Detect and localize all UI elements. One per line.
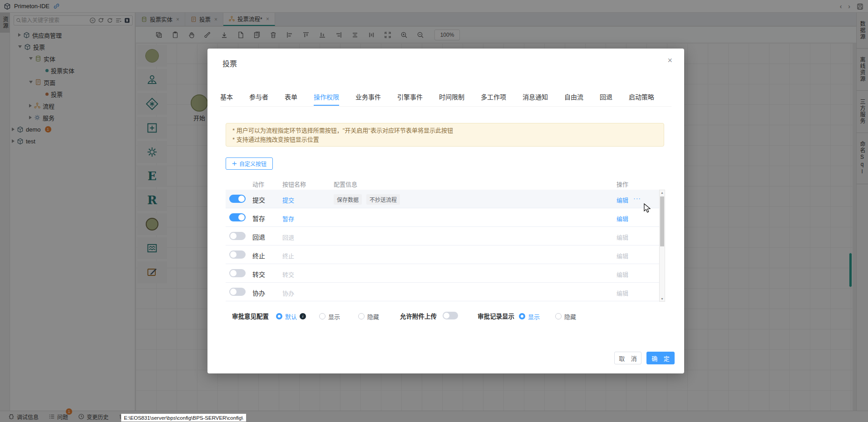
action-label: 提交 xyxy=(252,195,265,204)
table-row-save-draft: 暂存 暂存 编辑 xyxy=(226,208,664,227)
tag-no-cc: 不抄送流程 xyxy=(366,194,400,205)
notice-line-1: * 用户可以为流程指定环节选择所需按钮，"开关启用"表示对应环节表单将显示此按钮 xyxy=(232,126,657,135)
action-label: 回退 xyxy=(252,232,265,241)
record-option-hide[interactable]: 隐藏 xyxy=(555,311,576,321)
radio-selected-icon[interactable] xyxy=(276,313,282,319)
button-name-link: 回退 xyxy=(282,233,294,241)
dialog-tabs: 基本 参与者 表单 操作权限 业务事件 引擎事件 时间限制 多工作项 消息通知 … xyxy=(220,88,671,107)
enable-toggle[interactable] xyxy=(229,269,246,277)
tab-free-flow[interactable]: 自由流 xyxy=(564,88,583,106)
opinion-option-show[interactable]: 显示 xyxy=(319,311,340,321)
close-icon[interactable]: × xyxy=(667,56,672,65)
radio-icon[interactable] xyxy=(319,313,326,319)
action-label: 终止 xyxy=(252,251,265,260)
col-action: 动作 xyxy=(252,180,264,188)
tab-start-strategy[interactable]: 启动策略 xyxy=(629,88,654,106)
button-table: 提交 提交 保存数据 不抄送流程 编辑 ··· 暂存 暂存 编辑 回退 回退 编… xyxy=(226,190,664,301)
scrollbar-thumb[interactable] xyxy=(660,196,664,246)
button-name-link: 转交 xyxy=(282,270,294,279)
col-operation: 操作 xyxy=(616,180,628,188)
button-table-header: 动作 按钮名称 配置信息 操作 xyxy=(226,177,664,190)
tab-business-events[interactable]: 业务事件 xyxy=(355,88,381,106)
edit-link: 编辑 xyxy=(616,251,628,260)
enable-toggle[interactable] xyxy=(229,232,246,240)
radio-icon[interactable] xyxy=(358,313,365,319)
add-custom-button[interactable]: 自定义按钮 xyxy=(226,157,273,170)
table-row-rollback: 回退 回退 编辑 xyxy=(226,227,664,245)
tab-participants[interactable]: 参与者 xyxy=(249,88,268,106)
opinion-option-default[interactable]: 默认 i xyxy=(276,311,306,321)
button-name-link[interactable]: 暂存 xyxy=(282,214,294,223)
plus-icon xyxy=(232,161,237,166)
enable-toggle[interactable] xyxy=(229,288,246,296)
tab-rollback[interactable]: 回退 xyxy=(600,88,612,106)
table-row-assist: 协办 协办 编辑 xyxy=(226,283,664,301)
tab-form[interactable]: 表单 xyxy=(285,88,297,106)
warning-notice: * 用户可以为流程指定环节选择所需按钮，"开关启用"表示对应环节表单将显示此按钮… xyxy=(226,123,664,147)
table-row-terminate: 终止 终止 编辑 xyxy=(226,245,664,264)
table-row-transfer: 转交 转交 编辑 xyxy=(226,264,664,283)
radio-selected-icon[interactable] xyxy=(519,313,525,319)
edit-link: 编辑 xyxy=(616,233,628,241)
config-path-tooltip: E:\EOS831\server\bps\config\BPS-SERVER\c… xyxy=(121,413,247,422)
button-name-link: 协办 xyxy=(282,289,294,297)
table-scrollbar[interactable]: ▲ ▼ xyxy=(659,190,665,302)
col-config-info: 配置信息 xyxy=(334,180,357,188)
edit-link[interactable]: 编辑 xyxy=(616,214,628,223)
notice-line-2: * 支持通过拖拽改变按钮显示位置 xyxy=(232,135,657,144)
config-tags: 保存数据 不抄送流程 xyxy=(334,194,400,205)
tab-time-limit[interactable]: 时间限制 xyxy=(439,88,464,106)
scroll-up-icon[interactable]: ▲ xyxy=(660,191,665,194)
enable-toggle[interactable] xyxy=(229,250,246,259)
button-name-link[interactable]: 提交 xyxy=(282,196,294,204)
action-label: 协办 xyxy=(252,288,265,297)
tab-notification[interactable]: 消息通知 xyxy=(523,88,548,106)
tab-multi-workitem[interactable]: 多工作项 xyxy=(481,88,506,106)
radio-icon[interactable] xyxy=(555,313,562,319)
opinion-option-hide[interactable]: 隐藏 xyxy=(358,311,379,321)
action-label: 暂存 xyxy=(252,214,265,223)
button-name-link: 终止 xyxy=(282,251,294,260)
tag-save-data: 保存数据 xyxy=(334,194,362,205)
tab-operation-permission[interactable]: 操作权限 xyxy=(314,88,339,106)
scroll-down-icon[interactable]: ▼ xyxy=(660,297,665,300)
record-option-show[interactable]: 显示 xyxy=(519,311,540,321)
dialog-title: 投票 xyxy=(222,58,237,69)
table-row-submit: 提交 提交 保存数据 不抄送流程 编辑 ··· xyxy=(226,190,664,208)
mouse-cursor xyxy=(644,203,652,213)
enable-toggle[interactable] xyxy=(229,213,246,221)
action-label: 转交 xyxy=(252,270,265,279)
record-display-label: 审批记录显示 xyxy=(478,311,514,321)
opinion-config-label: 审批意见配置 xyxy=(232,311,269,321)
tab-engine-events[interactable]: 引擎事件 xyxy=(397,88,423,106)
enable-toggle[interactable] xyxy=(229,195,246,203)
edit-link: 编辑 xyxy=(616,289,628,297)
info-icon[interactable]: i xyxy=(300,313,306,319)
edit-link[interactable]: 编辑 xyxy=(616,196,628,204)
attachment-upload-label: 允许附件上传 xyxy=(400,311,437,321)
col-button-name: 按钮名称 xyxy=(282,180,306,188)
tab-basic[interactable]: 基本 xyxy=(220,88,233,106)
more-actions-icon[interactable]: ··· xyxy=(633,195,641,202)
cancel-button[interactable]: 取 消 xyxy=(614,352,641,364)
confirm-button[interactable]: 确 定 xyxy=(646,352,675,364)
attachment-toggle[interactable] xyxy=(443,312,458,322)
vote-settings-dialog: 投票 × 基本 参与者 表单 操作权限 业务事件 引擎事件 时间限制 多工作项 … xyxy=(207,49,684,373)
edit-link: 编辑 xyxy=(616,270,628,279)
